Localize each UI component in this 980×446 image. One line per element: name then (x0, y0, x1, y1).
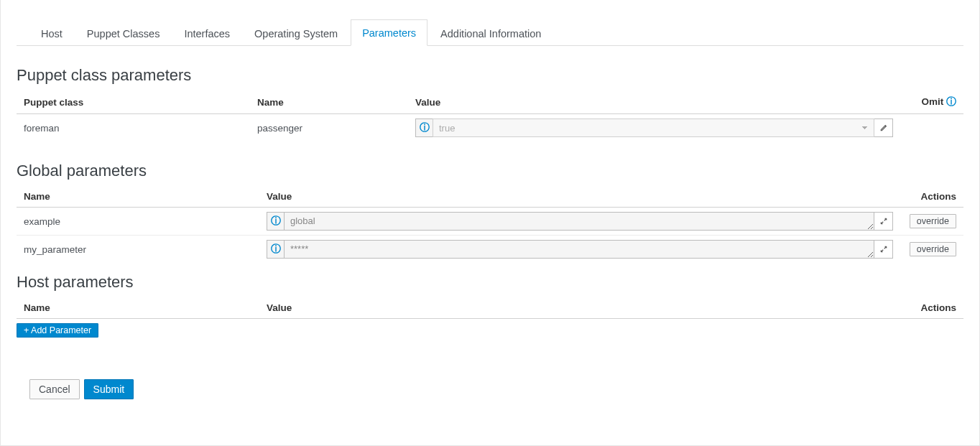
submit-button[interactable]: Submit (84, 379, 134, 399)
cell-name: my_parameter (17, 236, 259, 264)
cell-value: ⓘ true (408, 114, 899, 142)
info-icon[interactable]: ⓘ (267, 240, 284, 259)
tab-host[interactable]: Host (29, 20, 74, 46)
cell-name: example (17, 208, 259, 236)
cell-value: ⓘ global (259, 208, 899, 236)
section-title-puppet-class: Puppet class parameters (17, 66, 963, 85)
col-actions: Actions (899, 186, 963, 208)
tab-puppet-classes[interactable]: Puppet Classes (75, 20, 172, 46)
tab-operating-system[interactable]: Operating System (243, 20, 349, 46)
col-omit: Omit ⓘ (899, 90, 963, 114)
info-icon[interactable]: ⓘ (946, 96, 956, 107)
cell-puppet-class: foreman (17, 114, 250, 142)
cell-actions: override (899, 208, 963, 236)
expand-icon[interactable] (874, 212, 893, 231)
expand-icon[interactable] (874, 240, 893, 259)
table-row: example ⓘ global override (17, 208, 963, 236)
cancel-button[interactable]: Cancel (29, 379, 80, 399)
info-icon[interactable]: ⓘ (267, 212, 284, 231)
col-puppet-class: Puppet class (17, 90, 250, 114)
info-icon[interactable]: ⓘ (415, 119, 433, 137)
nav-tabs: Host Puppet Classes Interfaces Operating… (17, 19, 963, 46)
edit-icon[interactable] (874, 119, 893, 137)
cell-actions: override (899, 236, 963, 264)
global-params-table: Name Value Actions example ⓘ global (17, 186, 963, 263)
tab-interfaces[interactable]: Interfaces (172, 20, 241, 46)
add-parameter-button[interactable]: + Add Parameter (17, 323, 98, 338)
override-button[interactable]: override (910, 214, 956, 228)
section-title-global: Global parameters (17, 162, 963, 180)
table-row: my_parameter ⓘ ***** override (17, 236, 963, 264)
value-select[interactable]: true (433, 119, 874, 137)
col-value: Value (259, 297, 899, 319)
cell-name: passenger (250, 114, 408, 142)
cell-omit (899, 114, 963, 142)
host-params-table: Name Value Actions (17, 297, 963, 319)
value-textarea[interactable]: ***** (284, 240, 874, 259)
col-name: Name (250, 90, 408, 114)
puppet-class-params-table: Puppet class Name Value Omit ⓘ foreman p… (17, 90, 963, 141)
table-row: foreman passenger ⓘ true (17, 114, 963, 142)
value-textarea[interactable]: global (284, 212, 874, 231)
form-actions: Cancel Submit (17, 379, 963, 399)
cell-value: ⓘ ***** (259, 236, 899, 264)
override-button[interactable]: override (910, 242, 956, 256)
col-name: Name (17, 186, 259, 208)
col-actions: Actions (899, 297, 963, 319)
tab-additional-information[interactable]: Additional Information (429, 20, 553, 46)
col-value: Value (259, 186, 899, 208)
col-name: Name (17, 297, 259, 319)
section-title-host: Host parameters (17, 273, 963, 292)
tab-parameters[interactable]: Parameters (351, 19, 427, 46)
col-value: Value (408, 90, 899, 114)
